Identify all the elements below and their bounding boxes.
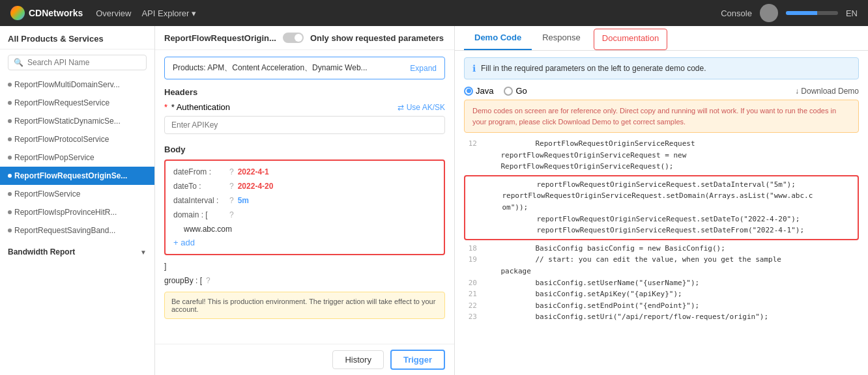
radio-go[interactable]: Go <box>504 86 527 96</box>
sidebar-item-requestorigin[interactable]: ReportFlowRequestOriginSe... <box>0 167 154 185</box>
domain-help-icon[interactable]: ? <box>229 210 234 219</box>
line-num: 21 <box>464 288 477 300</box>
layout: All Products & Services 🔍 ReportFlowMult… <box>0 26 868 375</box>
tab-response[interactable]: Response <box>532 26 591 50</box>
info-bar: ℹ Fill in the required parameters on the… <box>464 57 859 79</box>
interval-value[interactable]: 5m <box>238 196 249 205</box>
warning-code-text: Demo codes on screen are for reference o… <box>472 107 836 126</box>
code-line-setdomain: reportFlowRequestOriginServiceRequest.se… <box>465 190 858 202</box>
radio-circle-java <box>464 87 473 96</box>
datefrom-key: dateFrom : <box>173 167 225 176</box>
code-line-setdateto: reportFlowRequestOriginServiceRequest.se… <box>465 214 858 225</box>
sidebar-item-multidomainserv[interactable]: ReportFlowMultiDomainServ... <box>0 76 154 94</box>
history-button[interactable]: History <box>332 350 383 369</box>
download-demo-button[interactable]: ↓ Download Demo <box>795 87 859 96</box>
sidebar-item-flowservice[interactable]: ReportFlowService <box>0 185 154 203</box>
body-section: Body dateFrom : ? 2022-4-1 dateTo : ? 20… <box>164 145 445 285</box>
warning-code-box: Demo codes on screen are for reference o… <box>464 100 859 133</box>
expand-button[interactable]: Expand <box>410 64 437 73</box>
bottom-bar: History Trigger <box>155 344 454 375</box>
code-text: basicConfig.setUserName("{userName}"); <box>484 277 699 289</box>
line-num: 22 <box>464 300 477 312</box>
left-panel-header: ReportFlowRequestOrigin... Only show req… <box>155 26 454 50</box>
dot-icon <box>8 210 12 214</box>
code-text: ReportFlowRequestOriginServiceRequest(); <box>484 161 673 173</box>
domain-value[interactable]: www.abc.com <box>184 225 436 234</box>
progress-bar <box>786 11 838 15</box>
sidebar-item-requestservice[interactable]: ReportFlowRequestService <box>0 94 154 112</box>
topnav-links: Overview API Explorer ▾ <box>96 8 196 18</box>
line-num <box>464 161 477 173</box>
code-box: reportFlowRequestOriginServiceRequest.se… <box>464 175 859 240</box>
code-line-22: 22 basicConfig.setEndPoint("{endPoint}")… <box>464 300 859 312</box>
line-num <box>465 179 478 191</box>
dateto-key: dateTo : <box>173 182 225 191</box>
line-num <box>464 150 477 161</box>
apikey-input[interactable] <box>164 116 445 134</box>
code-line-setdatefrom: reportFlowRequestOriginServiceRequest.se… <box>465 225 858 236</box>
code-line-package: package <box>464 266 859 277</box>
nav-overview[interactable]: Overview <box>96 8 131 18</box>
code-line-cont: reportFlowRequestOriginServiceRequest = … <box>464 150 859 161</box>
code-line-setdomain2: om")); <box>465 202 858 214</box>
lang-label[interactable]: EN <box>846 8 858 18</box>
radio-circle-go <box>504 87 513 96</box>
dateto-value[interactable]: 2022-4-20 <box>238 182 274 191</box>
code-text: BasicConfig basicConfig = new BasicConfi… <box>484 243 725 255</box>
code-line-19: 19 // start: you can edit the value, whe… <box>464 254 859 266</box>
sidebar-item-protocol[interactable]: ReportFlowProtocolService <box>0 130 154 148</box>
sidebar-item-staticdynamic[interactable]: ReportFlowStaticDynamicSe... <box>0 112 154 130</box>
logo: CDNetworks <box>10 6 83 20</box>
warning-box: Be careful! This is production environme… <box>164 292 445 319</box>
groupby-label: groupBy : [ <box>164 276 202 285</box>
progress-fill <box>786 11 817 15</box>
code-text: package <box>484 266 531 277</box>
body-row-interval: dataInterval : ? 5m <box>173 196 436 205</box>
topnav-right: Console EN <box>721 4 858 22</box>
code-line-12: 12 ReportFlowRequestOriginServiceRequest <box>464 138 859 150</box>
add-button[interactable]: + add <box>173 238 436 247</box>
toggle-switch[interactable] <box>283 33 304 43</box>
groupby-help-icon[interactable]: ? <box>206 276 210 285</box>
line-num <box>465 202 478 214</box>
dot-icon <box>8 156 12 160</box>
datefrom-value[interactable]: 2022-4-1 <box>238 167 269 176</box>
datefrom-help-icon[interactable]: ? <box>229 167 234 176</box>
code-line-20: 20 basicConfig.setUserName("{userName}")… <box>464 277 859 289</box>
trigger-button[interactable]: Trigger <box>390 350 445 370</box>
sidebar-item-savingband[interactable]: ReportRequestSavingBand... <box>0 221 154 240</box>
radio-java[interactable]: Java <box>464 86 493 96</box>
body-row-datefrom: dateFrom : ? 2022-4-1 <box>173 167 436 176</box>
sidebar-section-bandwidth[interactable]: Bandwidth Report ▼ <box>0 242 154 259</box>
console-label[interactable]: Console <box>721 8 752 18</box>
search-input[interactable] <box>27 58 141 67</box>
sidebar: All Products & Services 🔍 ReportFlowMult… <box>0 26 155 375</box>
dateto-help-icon[interactable]: ? <box>229 182 234 191</box>
body-section-label: Body <box>164 145 445 154</box>
interval-help-icon[interactable]: ? <box>229 196 234 205</box>
nav-api-explorer[interactable]: API Explorer ▾ <box>141 8 196 18</box>
line-num <box>465 225 478 236</box>
headers-section-label: Headers <box>164 87 445 97</box>
line-num: 12 <box>464 138 477 150</box>
avatar <box>760 4 778 22</box>
tab-demo-code[interactable]: Demo Code <box>464 26 532 50</box>
body-row-dateto: dateTo : ? 2022-4-20 <box>173 182 436 191</box>
search-icon: 🔍 <box>14 58 23 67</box>
radio-go-label: Go <box>515 86 527 96</box>
line-num <box>464 266 477 277</box>
products-banner: Products: APM、Content Acceleration、Dynam… <box>164 57 445 79</box>
logo-text: CDNetworks <box>29 8 83 18</box>
sidebar-item-pop[interactable]: ReportFlowPopService <box>0 148 154 167</box>
code-line-setinterval: reportFlowRequestOriginServiceRequest.se… <box>465 179 858 191</box>
api-area: ReportFlowRequestOrigin... Only show req… <box>155 26 868 375</box>
sidebar-item-ispprovince[interactable]: ReportFlowIspProvinceHitR... <box>0 203 154 221</box>
line-num: 23 <box>464 311 477 323</box>
use-aksk-button[interactable]: ⇄ Use AK/SK <box>398 103 445 112</box>
dot-icon <box>8 174 12 178</box>
tab-documentation[interactable]: Documentation <box>594 29 667 50</box>
line-num <box>465 190 478 202</box>
code-text: om")); <box>485 202 528 214</box>
code-text: reportFlowRequestOriginServiceRequest.se… <box>485 190 813 202</box>
sidebar-search[interactable]: 🔍 <box>8 55 147 70</box>
